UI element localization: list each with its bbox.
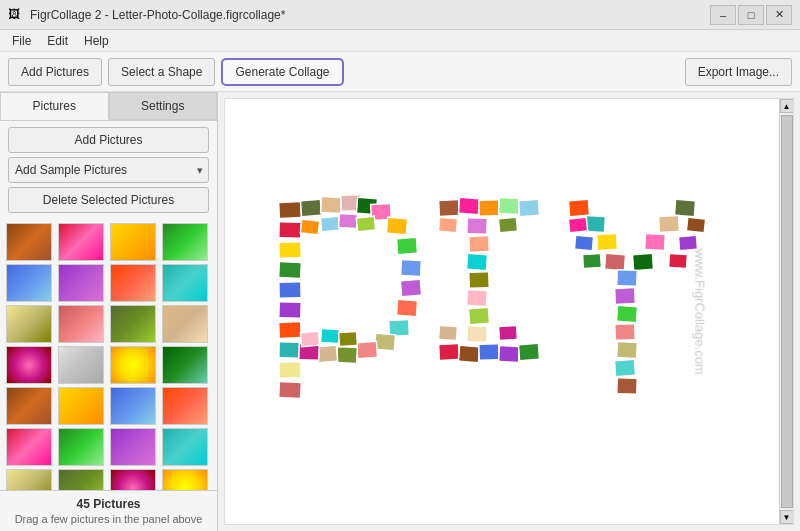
list-item[interactable]: [58, 264, 104, 302]
collage-display: [225, 99, 793, 524]
main-content: Pictures Settings Add Pictures Add Sampl…: [0, 92, 800, 531]
list-item[interactable]: [58, 305, 104, 343]
list-item[interactable]: [162, 469, 208, 490]
add-pictures-panel-button[interactable]: Add Pictures: [8, 127, 209, 153]
svg-rect-4: [279, 281, 301, 297]
scroll-up-arrow[interactable]: ▲: [780, 99, 794, 113]
svg-rect-42: [518, 343, 539, 360]
svg-rect-37: [467, 325, 488, 342]
list-item[interactable]: [110, 428, 156, 466]
menu-bar: File Edit Help: [0, 30, 800, 52]
minimize-button[interactable]: –: [710, 5, 736, 25]
svg-rect-69: [568, 217, 587, 233]
svg-rect-46: [604, 253, 625, 270]
list-item[interactable]: [110, 223, 156, 261]
diy-collage-svg: [239, 162, 779, 462]
svg-rect-33: [466, 253, 487, 270]
list-item[interactable]: [162, 428, 208, 466]
svg-rect-58: [300, 219, 319, 235]
list-item[interactable]: [110, 305, 156, 343]
svg-rect-61: [356, 216, 375, 232]
svg-rect-66: [498, 217, 517, 233]
svg-rect-57: [617, 377, 638, 394]
svg-rect-8: [279, 361, 302, 378]
list-item[interactable]: [162, 346, 208, 384]
list-item[interactable]: [110, 346, 156, 384]
list-item[interactable]: [162, 264, 208, 302]
picture-count: 45 Pictures: [8, 497, 209, 511]
svg-rect-47: [674, 199, 695, 216]
window-controls: – □ ✕: [710, 5, 792, 25]
svg-rect-6: [279, 321, 302, 338]
svg-rect-3: [279, 261, 302, 278]
toolbar: Add Pictures Select a Shape Generate Col…: [0, 52, 800, 92]
list-item[interactable]: [58, 223, 104, 261]
export-image-button[interactable]: Export Image...: [685, 58, 792, 86]
tab-settings[interactable]: Settings: [109, 92, 218, 120]
svg-rect-10: [300, 199, 321, 216]
svg-rect-60: [339, 213, 358, 228]
list-item[interactable]: [58, 346, 104, 384]
tab-pictures[interactable]: Pictures: [0, 92, 109, 120]
scroll-thumb[interactable]: [781, 115, 793, 508]
svg-rect-18: [400, 279, 421, 297]
svg-rect-49: [645, 233, 666, 250]
svg-rect-5: [279, 301, 302, 318]
svg-rect-1: [279, 221, 302, 238]
svg-rect-71: [574, 235, 593, 251]
menu-edit[interactable]: Edit: [39, 32, 76, 50]
list-item[interactable]: [110, 387, 156, 425]
list-item[interactable]: [110, 469, 156, 490]
delete-selected-button[interactable]: Delete Selected Pictures: [8, 187, 209, 213]
list-item[interactable]: [58, 387, 104, 425]
title-bar: 🖼 FigrCollage 2 - Letter-Photo-Collage.f…: [0, 0, 800, 30]
svg-rect-15: [386, 217, 407, 235]
list-item[interactable]: [6, 223, 52, 261]
close-button[interactable]: ✕: [766, 5, 792, 25]
list-item[interactable]: [58, 469, 104, 490]
list-item[interactable]: [6, 387, 52, 425]
svg-rect-51: [617, 269, 638, 286]
sample-pictures-dropdown[interactable]: Add Sample Pictures: [8, 157, 209, 183]
select-shape-button[interactable]: Select a Shape: [108, 58, 215, 86]
svg-rect-19: [396, 299, 417, 316]
add-pictures-toolbar-button[interactable]: Add Pictures: [8, 58, 102, 86]
svg-rect-43: [568, 199, 589, 216]
scroll-down-arrow[interactable]: ▼: [780, 510, 794, 524]
list-item[interactable]: [6, 428, 52, 466]
svg-rect-38: [439, 343, 460, 360]
svg-rect-17: [401, 259, 422, 276]
panel-controls: Add Pictures Add Sample Pictures Delete …: [0, 121, 217, 219]
list-item[interactable]: [6, 346, 52, 384]
list-item[interactable]: [110, 264, 156, 302]
menu-help[interactable]: Help: [76, 32, 117, 50]
list-item[interactable]: [6, 305, 52, 343]
svg-rect-31: [467, 217, 488, 234]
canvas-scrollbar[interactable]: ▲ ▼: [779, 99, 793, 524]
list-item[interactable]: [162, 387, 208, 425]
svg-rect-27: [458, 197, 479, 214]
canvas-area: www.FigrCollage.com ▲ ▼: [224, 98, 794, 525]
list-item[interactable]: [162, 223, 208, 261]
svg-rect-74: [669, 253, 688, 268]
list-item[interactable]: [6, 264, 52, 302]
svg-rect-7: [279, 341, 301, 357]
generate-collage-button[interactable]: Generate Collage: [221, 58, 343, 86]
svg-rect-2: [279, 241, 302, 258]
maximize-button[interactable]: □: [738, 5, 764, 25]
svg-rect-55: [617, 341, 638, 358]
svg-rect-63: [321, 328, 340, 343]
list-item[interactable]: [162, 305, 208, 343]
svg-rect-70: [686, 217, 705, 233]
svg-rect-9: [279, 381, 302, 398]
list-item[interactable]: [58, 428, 104, 466]
svg-rect-72: [678, 235, 697, 251]
svg-rect-40: [479, 343, 500, 360]
menu-file[interactable]: File: [4, 32, 39, 50]
svg-rect-62: [300, 331, 319, 347]
svg-rect-48: [659, 215, 680, 232]
svg-rect-36: [468, 307, 489, 324]
svg-rect-56: [614, 359, 635, 376]
picture-grid-container[interactable]: [0, 219, 217, 490]
list-item[interactable]: [6, 469, 52, 490]
